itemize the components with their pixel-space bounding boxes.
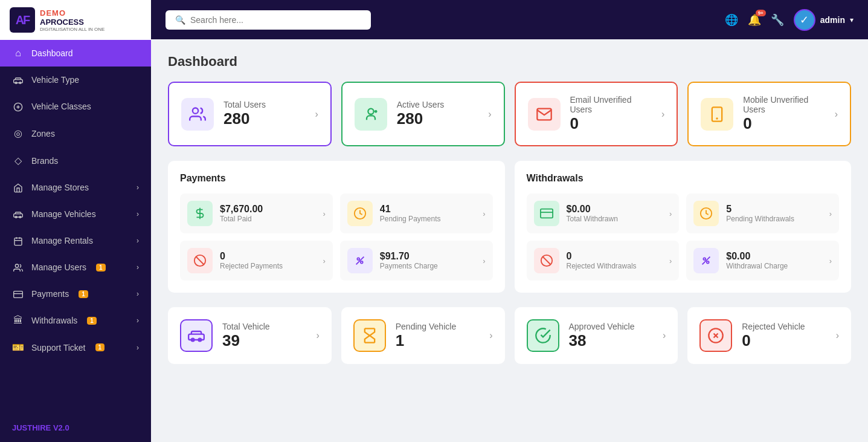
rejected-icon: [187, 248, 213, 273]
withdrawals-section: Withdrawals $0.00 Total Withdrawn ›: [515, 161, 852, 293]
arrow-icon: ›: [829, 209, 832, 218]
svg-line-31: [542, 257, 550, 265]
user-info[interactable]: ✓ admin ▾: [794, 9, 854, 31]
chevron-icon: ›: [137, 316, 139, 325]
metric-info: $0.00 Total Withdrawn: [567, 204, 662, 223]
vehicle-value: 1: [396, 331, 480, 350]
sidebar-item-brands[interactable]: ◇ Brands: [0, 147, 151, 174]
pending-icon: [347, 201, 373, 226]
sidebar-item-label: Manage Vehicles: [31, 209, 96, 219]
store-icon: [12, 182, 24, 193]
withdrawals-grid: $0.00 Total Withdrawn › 5 Pending Withdr…: [527, 193, 840, 281]
header: 🔍 🌐 🔔 9+ 🔧 ✓ admin ▾: [151, 0, 868, 39]
vehicle-card-rejected[interactable]: Rejected Vehicle 0 ›: [687, 307, 851, 364]
globe-icon[interactable]: 🌐: [725, 13, 738, 27]
arrow-icon: ›: [661, 109, 664, 120]
stat-value: 280: [397, 109, 478, 128]
vehicle-label: Rejected Vehicle: [742, 322, 826, 331]
svg-point-13: [15, 264, 18, 267]
sidebar-item-manage-rentals[interactable]: Manage Rentals ›: [0, 227, 151, 254]
search-bar[interactable]: 🔍: [166, 10, 371, 30]
vehicle-label: Approved Vehicle: [569, 322, 653, 331]
metric-payments-charge[interactable]: $91.70 Payments Charge ›: [340, 241, 493, 281]
sidebar-item-support-ticket[interactable]: 🎫 Support Ticket 1 ›: [0, 334, 151, 361]
metric-pending-payments[interactable]: 41 Pending Payments ›: [340, 193, 493, 233]
metric-label: Rejected Withdrawals: [567, 262, 662, 270]
metric-value: $91.70: [380, 251, 475, 262]
sidebar-item-label: Manage Stores: [31, 183, 89, 192]
money-hand-icon: [187, 201, 213, 226]
logo-name: APROCESS: [40, 18, 104, 27]
logo-sub: DIGITALISATION ALL IN ONE: [40, 27, 104, 32]
arrow-icon: ›: [829, 256, 832, 265]
sidebar-item-label: Withdrawals: [31, 316, 77, 325]
vehicle-card-total[interactable]: Total Vehicle 39 ›: [168, 307, 332, 364]
settings-icon[interactable]: 🔧: [771, 13, 784, 27]
metric-label: Pending Payments: [380, 215, 475, 223]
sidebar-item-vehicle-classes[interactable]: Vehicle Classes: [0, 93, 151, 120]
stat-card-total-users[interactable]: Total Users 280 ›: [168, 82, 332, 146]
badge: 1: [87, 317, 97, 325]
user-avatar: ✓: [794, 9, 815, 31]
sidebar-item-manage-vehicles[interactable]: Manage Vehicles ›: [0, 201, 151, 227]
check-circle-icon: [527, 319, 559, 352]
stat-label: Active Users: [397, 100, 478, 109]
search-input[interactable]: [190, 15, 361, 25]
chevron-icon: ›: [137, 263, 139, 271]
rejected-withdraw-icon: [534, 248, 559, 273]
sidebar-item-vehicle-type[interactable]: Vehicle Type: [0, 67, 151, 93]
sidebar-item-payments[interactable]: Payments 1 ›: [0, 281, 151, 307]
sidebar-item-withdrawals[interactable]: 🏛 Withdrawals 1 ›: [0, 307, 151, 334]
sidebar-item-manage-stores[interactable]: Manage Stores ›: [0, 174, 151, 201]
users-icon: [12, 262, 24, 273]
svg-rect-27: [540, 209, 552, 218]
sidebar: AF DEMO APROCESS DIGITALISATION ALL IN O…: [0, 0, 151, 442]
arrow-icon: ›: [669, 256, 672, 265]
vehicle-card-pending[interactable]: Pending Vehicle 1 ›: [341, 307, 505, 364]
stat-info: Total Users 280: [223, 100, 305, 128]
car-class-icon: [12, 101, 24, 112]
ticket-icon: 🎫: [12, 342, 24, 353]
vehicle-info: Total Vehicle 39: [222, 322, 306, 350]
logo-icon: AF: [10, 7, 35, 33]
vehicle-value: 39: [222, 331, 306, 350]
sidebar-item-manage-users[interactable]: Manage Users 1 ›: [0, 254, 151, 281]
stat-info: Mobile Unverified Users 0: [743, 95, 825, 133]
svg-point-18: [375, 110, 378, 113]
logo-demo: DEMO: [40, 8, 104, 18]
stat-card-email-unverified[interactable]: Email Unverified Users 0 ›: [515, 82, 678, 146]
vehicle-icon: [12, 209, 24, 219]
metric-rejected-payments[interactable]: 0 Rejected Payments ›: [180, 241, 333, 281]
arrow-icon: ›: [669, 209, 672, 218]
svg-rect-9: [14, 238, 22, 245]
withdrawals-title: Withdrawals: [527, 173, 840, 184]
svg-point-24: [357, 258, 359, 260]
metric-total-withdrawn[interactable]: $0.00 Total Withdrawn ›: [527, 193, 680, 233]
sidebar-item-label: Vehicle Classes: [31, 102, 91, 111]
metric-rejected-withdrawals[interactable]: 0 Rejected Withdrawals ›: [527, 241, 680, 281]
vehicle-card-approved[interactable]: Approved Vehicle 38 ›: [515, 307, 678, 364]
notification-icon[interactable]: 🔔 9+: [748, 13, 761, 27]
stat-value: 0: [570, 114, 652, 133]
metric-pending-withdrawals[interactable]: 5 Pending Withdrawals ›: [686, 193, 839, 233]
sidebar-item-dashboard[interactable]: ⌂ Dashboard: [0, 40, 151, 67]
content: Dashboard Total Users 280 › Ac: [151, 39, 868, 442]
percent-icon: [347, 248, 373, 273]
metric-withdrawal-charge[interactable]: $0.00 Withdrawal Charge ›: [686, 241, 839, 281]
zone-icon: ◎: [12, 128, 24, 139]
metric-info: $7,670.00 Total Paid: [220, 204, 315, 223]
sidebar-item-label: Dashboard: [31, 48, 73, 58]
stat-card-mobile-unverified[interactable]: Mobile Unverified Users 0 ›: [687, 82, 851, 146]
sidebar-item-zones[interactable]: ◎ Zones: [0, 120, 151, 147]
badge: 1: [96, 264, 106, 271]
metric-total-paid[interactable]: $7,670.00 Total Paid ›: [180, 193, 333, 233]
sidebar-item-label: Zones: [31, 129, 55, 138]
metric-label: Payments Charge: [380, 262, 475, 270]
stat-card-active-users[interactable]: Active Users 280 ›: [341, 82, 505, 146]
sidebar-version: JUSTHIRE V2.0: [0, 414, 151, 442]
arrow-icon: ›: [323, 256, 325, 265]
sidebar-item-label: Support Ticket: [31, 343, 86, 353]
sidebar-item-label: Brands: [31, 156, 58, 166]
chevron-icon: ›: [137, 343, 139, 352]
active-users-icon: [355, 98, 387, 131]
